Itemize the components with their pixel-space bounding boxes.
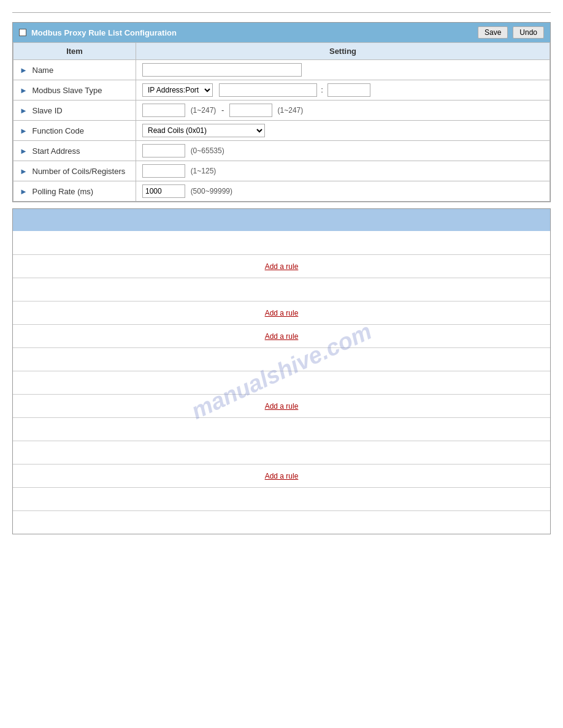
rule-list-row xyxy=(13,347,550,371)
rule-list-cell xyxy=(13,231,550,254)
polling-rate-range: (500~99999) xyxy=(191,187,232,195)
config-header-title: Modbus Proxy Rule List Configuration xyxy=(31,28,473,37)
rule-list-cell xyxy=(13,487,550,510)
row-name: ► Name xyxy=(13,60,550,80)
start-address-input[interactable] xyxy=(142,144,185,157)
setting-slave-id: (1~247) - (1~247) xyxy=(136,100,550,121)
row-num-coils: ► Number of Coils/Registers (1~125) xyxy=(13,161,550,181)
polling-rate-input[interactable] xyxy=(142,184,185,198)
slave-id-from-input[interactable] xyxy=(142,104,185,117)
rule-list-row xyxy=(13,441,550,464)
rule-list-row xyxy=(13,231,550,254)
rule-list-row xyxy=(13,487,550,510)
rule-list-row: Add a rule xyxy=(13,254,550,278)
rule-list-cell: Add a rule xyxy=(13,254,550,278)
rule-list-row xyxy=(13,278,550,301)
rule-list-row: Add a rule xyxy=(13,324,550,347)
rule-list-row: Add a rule xyxy=(13,301,550,324)
setting-num-coils: (1~125) xyxy=(136,161,550,181)
arrow-icon: ► xyxy=(20,187,28,196)
config-panel: Modbus Proxy Rule List Configuration Sav… xyxy=(12,22,551,202)
rule-list-cell xyxy=(13,510,550,534)
rule-list-row xyxy=(13,371,550,394)
setting-polling-rate: (500~99999) xyxy=(136,181,550,202)
config-header: Modbus Proxy Rule List Configuration Sav… xyxy=(13,23,550,42)
rule-list-cell: Add a rule xyxy=(13,301,550,324)
label-modbus-slave-type: ► Modbus Slave Type xyxy=(13,80,136,100)
top-divider xyxy=(12,12,551,13)
row-slave-id: ► Slave ID (1~247) - (1~247) xyxy=(13,100,550,121)
save-button[interactable]: Save xyxy=(478,26,508,39)
label-function-code: ► Function Code xyxy=(13,121,136,141)
colon-separator2: : xyxy=(321,85,323,94)
label-name: ► Name xyxy=(13,60,136,80)
rule-list-cell xyxy=(13,371,550,394)
add-rule-link[interactable]: Add a rule xyxy=(265,332,299,341)
rule-list-cell: Add a rule xyxy=(13,464,550,487)
ip-address-input[interactable] xyxy=(219,83,317,97)
add-rule-link[interactable]: Add a rule xyxy=(265,309,299,317)
rule-list-cell xyxy=(13,278,550,301)
arrow-icon: ► xyxy=(20,146,28,156)
dash-separator: - xyxy=(221,105,224,115)
label-slave-id: ► Slave ID xyxy=(13,100,136,121)
rule-list-row xyxy=(13,510,550,534)
rule-list-header xyxy=(13,209,550,231)
row-function-code: ► Function Code Read Coils (0x01) Read D… xyxy=(13,121,550,141)
slave-id-to-range: (1~247) xyxy=(278,106,304,115)
rule-list-cell xyxy=(13,441,550,464)
label-num-coils: ► Number of Coils/Registers xyxy=(13,161,136,181)
slave-id-to-input[interactable] xyxy=(229,104,272,117)
setting-function-code: Read Coils (0x01) Read Discrete Inputs (… xyxy=(136,121,550,141)
row-modbus-slave-type: ► Modbus Slave Type IP Address:Port COM … xyxy=(13,80,550,100)
rule-list-row: Add a rule xyxy=(13,394,550,417)
slave-id-from-range: (1~247) xyxy=(191,106,216,115)
rule-list-row: Add a rule xyxy=(13,464,550,487)
row-polling-rate: ► Polling Rate (ms) (500~99999) xyxy=(13,181,550,202)
label-start-address: ► Start Address xyxy=(13,141,136,161)
arrow-icon: ► xyxy=(20,66,28,75)
rule-list-panel: Add a rule Add a rule Add a rule xyxy=(12,208,551,534)
name-input[interactable] xyxy=(142,63,302,77)
function-code-select[interactable]: Read Coils (0x01) Read Discrete Inputs (… xyxy=(142,124,265,137)
add-rule-link[interactable]: Add a rule xyxy=(265,472,299,480)
setting-name xyxy=(136,60,550,80)
arrow-icon: ► xyxy=(20,167,28,176)
col-item-header: Item xyxy=(13,43,136,60)
rule-list-row xyxy=(13,417,550,441)
arrow-icon: ► xyxy=(20,86,28,95)
rule-list-cell xyxy=(13,417,550,441)
arrow-icon: ► xyxy=(20,106,28,115)
col-setting-header: Setting xyxy=(136,43,550,60)
start-address-range: (0~65535) xyxy=(191,146,224,155)
config-table: Item Setting ► Name xyxy=(13,42,550,202)
config-header-icon xyxy=(19,29,26,36)
port-input[interactable] xyxy=(327,83,370,97)
add-rule-link[interactable]: Add a rule xyxy=(265,262,299,271)
rule-list-table: Add a rule Add a rule Add a rule xyxy=(13,231,550,534)
row-start-address: ► Start Address (0~65535) xyxy=(13,141,550,161)
num-coils-input[interactable] xyxy=(142,164,185,178)
label-polling-rate: ► Polling Rate (ms) xyxy=(13,181,136,202)
add-rule-link[interactable]: Add a rule xyxy=(265,402,299,411)
arrow-icon: ► xyxy=(20,126,28,135)
undo-button[interactable]: Undo xyxy=(513,26,544,39)
rule-list-cell: Add a rule xyxy=(13,394,550,417)
modbus-slave-type-select[interactable]: IP Address:Port COM Port xyxy=(142,83,213,97)
setting-modbus-slave-type: IP Address:Port COM Port : xyxy=(136,80,550,100)
setting-start-address: (0~65535) xyxy=(136,141,550,161)
rule-list-cell: Add a rule xyxy=(13,324,550,347)
num-coils-range: (1~125) xyxy=(191,167,216,175)
rule-list-cell xyxy=(13,347,550,371)
